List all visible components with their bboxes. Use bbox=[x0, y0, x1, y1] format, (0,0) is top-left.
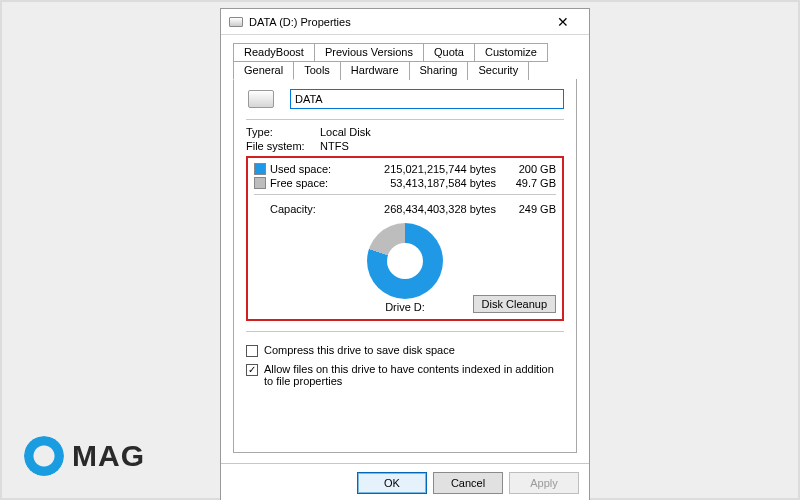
space-highlight-box: Used space: 215,021,215,744 bytes 200 GB… bbox=[246, 156, 564, 321]
tab-tools[interactable]: Tools bbox=[293, 61, 341, 80]
tab-customize[interactable]: Customize bbox=[474, 43, 548, 62]
window-body: ReadyBoost Previous Versions Quota Custo… bbox=[221, 35, 589, 463]
close-button[interactable]: ✕ bbox=[543, 15, 583, 29]
filesystem-label: File system: bbox=[246, 140, 320, 152]
logo-text: MAG bbox=[72, 439, 145, 473]
compress-label: Compress this drive to save disk space bbox=[264, 344, 455, 356]
used-bytes: 215,021,215,744 bytes bbox=[344, 163, 506, 175]
index-label: Allow files on this drive to have conten… bbox=[264, 363, 564, 387]
tab-panel-general: Type: Local Disk File system: NTFS Used … bbox=[233, 79, 577, 453]
usage-donut-chart bbox=[367, 223, 443, 299]
used-gb: 200 GB bbox=[506, 163, 556, 175]
tab-sharing[interactable]: Sharing bbox=[409, 61, 469, 80]
capacity-gb: 249 GB bbox=[506, 203, 556, 215]
used-label: Used space: bbox=[270, 163, 344, 175]
apply-button[interactable]: Apply bbox=[509, 472, 579, 494]
filesystem-value: NTFS bbox=[320, 140, 564, 152]
drive-icon-large bbox=[248, 90, 274, 108]
tab-hardware[interactable]: Hardware bbox=[340, 61, 410, 80]
watermark-logo: MAG bbox=[24, 436, 145, 476]
type-value: Local Disk bbox=[320, 126, 564, 138]
logo-mark-icon bbox=[24, 436, 64, 476]
index-checkbox[interactable] bbox=[246, 364, 258, 376]
titlebar: DATA (D:) Properties ✕ bbox=[221, 9, 589, 35]
tab-previous-versions[interactable]: Previous Versions bbox=[314, 43, 424, 62]
ok-button[interactable]: OK bbox=[357, 472, 427, 494]
capacity-label: Capacity: bbox=[254, 203, 344, 215]
free-bytes: 53,413,187,584 bytes bbox=[344, 177, 506, 189]
capacity-bytes: 268,434,403,328 bytes bbox=[344, 203, 506, 215]
tab-security[interactable]: Security bbox=[467, 61, 529, 80]
free-gb: 49.7 GB bbox=[506, 177, 556, 189]
cancel-button[interactable]: Cancel bbox=[433, 472, 503, 494]
used-swatch bbox=[254, 163, 266, 175]
compress-checkbox[interactable] bbox=[246, 345, 258, 357]
properties-window: DATA (D:) Properties ✕ ReadyBoost Previo… bbox=[220, 8, 590, 500]
tab-general[interactable]: General bbox=[233, 61, 294, 80]
free-label: Free space: bbox=[270, 177, 344, 189]
dialog-footer: OK Cancel Apply bbox=[221, 463, 589, 500]
disk-cleanup-button[interactable]: Disk Cleanup bbox=[473, 295, 556, 313]
volume-name-input[interactable] bbox=[290, 89, 564, 109]
tabstrip: ReadyBoost Previous Versions Quota Custo… bbox=[233, 43, 577, 80]
drive-icon bbox=[229, 17, 243, 27]
free-swatch bbox=[254, 177, 266, 189]
tab-readyboost[interactable]: ReadyBoost bbox=[233, 43, 315, 62]
type-label: Type: bbox=[246, 126, 320, 138]
tab-quota[interactable]: Quota bbox=[423, 43, 475, 62]
window-title: DATA (D:) Properties bbox=[249, 16, 543, 28]
